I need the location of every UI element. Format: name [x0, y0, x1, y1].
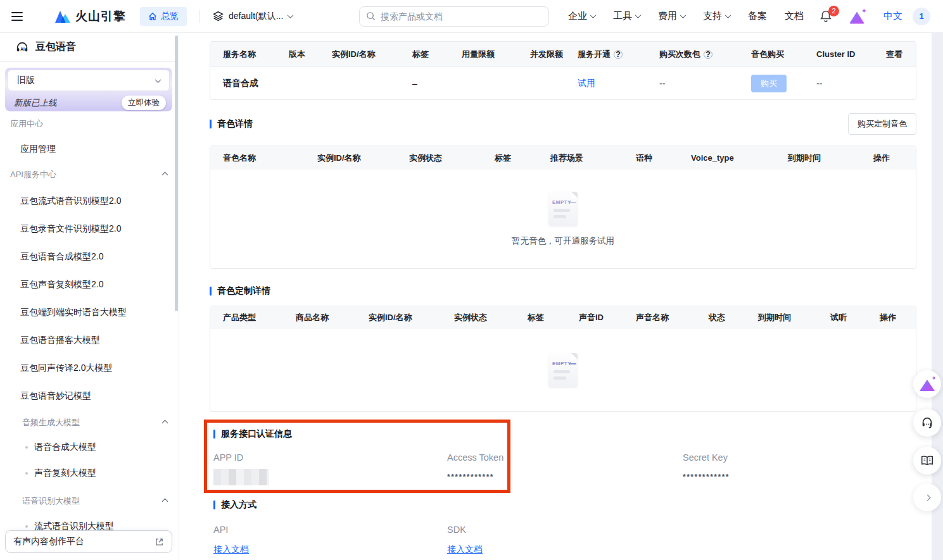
- ai-assistant-icon[interactable]: ✦: [849, 9, 866, 23]
- menu-support[interactable]: 支持: [694, 10, 739, 22]
- col-header: 实例ID/名称: [317, 152, 409, 164]
- voice-table-empty-state: EMPTY 暂无音色，可开通服务试用: [210, 170, 916, 268]
- auth-fields: APP ID Access Token ************ Secret …: [213, 452, 916, 485]
- sidebar-item-model-5[interactable]: 豆包语音播客大模型: [0, 327, 179, 354]
- cell-service-name: 语音合成: [223, 78, 289, 89]
- language-switch[interactable]: 中文: [883, 10, 902, 22]
- open-book-icon: [920, 454, 934, 468]
- layers-icon: [213, 11, 224, 22]
- help-icon[interactable]: ?: [614, 50, 623, 59]
- col-header: 查看: [886, 49, 916, 60]
- custom-section-title: 音色定制详情: [210, 285, 270, 297]
- col-header: 商品名称: [296, 312, 369, 323]
- cell-cluster-id: --: [816, 78, 886, 89]
- sidebar-scrollbar[interactable]: [175, 35, 178, 311]
- col-header: 推荐场景: [550, 152, 636, 164]
- headset-icon: [920, 416, 934, 430]
- api-doc-link[interactable]: 接入文档: [213, 544, 249, 556]
- service-table-header: 服务名称 版本 实例ID/名称 标签 用量限额 并发限额 服务开通 ? 购买次数…: [210, 42, 916, 66]
- chevron-down-icon: [680, 12, 687, 18]
- search-box[interactable]: [359, 6, 549, 27]
- svg-text:AI: AI: [20, 46, 25, 51]
- app-id-redacted-value: [213, 469, 269, 485]
- col-header: 实例ID/名称: [332, 49, 412, 60]
- section-label-asr[interactable]: 语音识别大模型: [0, 487, 179, 515]
- col-header-text: 服务开通: [578, 49, 611, 60]
- sidebar-item-model-1[interactable]: 豆包录音文件识别模型2.0: [0, 215, 179, 243]
- search-input[interactable]: [381, 11, 542, 22]
- section-label-api-center[interactable]: API服务中心: [0, 162, 179, 187]
- menu-label: 工具: [613, 10, 632, 22]
- custom-table: 产品类型 商品名称 实例ID/名称 实例状态 标签 声音ID 声音名称 状态 到…: [210, 306, 916, 412]
- trial-link[interactable]: 试用: [578, 78, 595, 88]
- external-link-icon: [155, 537, 164, 547]
- link-docs[interactable]: 文档: [776, 10, 813, 22]
- col-header-text: 购买次数包: [659, 49, 700, 60]
- divider: [199, 10, 200, 23]
- brand-logo[interactable]: 火山引擎: [54, 8, 126, 25]
- menu-enterprise[interactable]: 企业: [559, 10, 604, 22]
- notifications-button[interactable]: 2: [819, 8, 834, 25]
- hamburger-menu-icon[interactable]: [11, 12, 23, 21]
- service-table: 服务名称 版本 实例ID/名称 标签 用量限额 并发限额 服务开通 ? 购买次数…: [210, 41, 916, 100]
- ai-mountain-icon: ✦: [920, 378, 935, 390]
- sidebar-item-voice-clone-large[interactable]: 声音复刻大模型: [0, 459, 179, 487]
- cell-service-open: 试用: [578, 78, 659, 89]
- sidebar-item-tts-large[interactable]: 语音合成大模型: [0, 435, 179, 459]
- overview-button[interactable]: 总览: [140, 7, 187, 26]
- voice-table: 音色名称 实例ID/名称 实例状态 标签 推荐场景 语种 Voice_type …: [210, 146, 916, 269]
- brand-name: 火山引擎: [75, 8, 126, 25]
- buy-custom-voice-button[interactable]: 购买定制音色: [848, 113, 916, 135]
- help-icon[interactable]: ?: [704, 50, 712, 59]
- col-header: 到期时间: [788, 152, 873, 164]
- sidebar-item-model-3[interactable]: 豆包声音复刻模型2.0: [0, 271, 179, 299]
- search-icon: [366, 11, 376, 21]
- sidebar-item-model-7[interactable]: 豆包语音妙记模型: [0, 382, 179, 410]
- menu-billing[interactable]: 费用: [649, 10, 694, 22]
- col-header: 用量限额: [462, 49, 530, 60]
- home-icon: [148, 12, 157, 21]
- try-now-button[interactable]: 立即体验: [122, 96, 166, 110]
- sidebar-item-app-management[interactable]: 应用管理: [0, 137, 179, 162]
- ai-assistant-fab[interactable]: ✦: [913, 370, 941, 398]
- menu-tools[interactable]: 工具: [604, 10, 649, 22]
- sdk-doc-link[interactable]: 接入文档: [447, 544, 483, 556]
- project-selector[interactable]: default(默认...: [213, 11, 293, 22]
- app-id-label: APP ID: [213, 452, 447, 463]
- sidebar-item-model-2[interactable]: 豆包语音合成模型2.0: [0, 243, 179, 271]
- chevron-right-icon: [924, 494, 930, 501]
- bullet-icon: [25, 472, 28, 475]
- empty-doc-icon: EMPTY: [548, 192, 578, 226]
- col-header: 语种: [636, 152, 691, 164]
- user-avatar[interactable]: 1: [913, 8, 930, 25]
- col-header: 标签: [528, 312, 579, 323]
- audio-creation-platform-link[interactable]: 有声内容创作平台: [5, 530, 172, 553]
- col-header: 到期时间: [758, 312, 830, 323]
- buy-button[interactable]: 购买: [751, 75, 787, 92]
- page-scrollbar-track[interactable]: [932, 33, 943, 560]
- section-label-text: API服务中心: [10, 169, 56, 180]
- link-icp-filing[interactable]: 备案: [739, 10, 776, 22]
- col-header: 产品类型: [223, 312, 296, 323]
- secret-key-field: Secret Key ************: [683, 452, 730, 485]
- voice-table-header: 音色名称 实例ID/名称 实例状态 标签 推荐场景 语种 Voice_type …: [210, 146, 916, 170]
- version-selector[interactable]: 旧版: [8, 70, 170, 91]
- sidebar-item-model-0[interactable]: 豆包流式语音识别模型2.0: [0, 187, 179, 215]
- col-header: 音色购买: [751, 49, 816, 60]
- chevron-down-icon: [590, 12, 597, 18]
- bullet-icon: [25, 525, 28, 528]
- sidebar-item-model-6[interactable]: 豆包同声传译2.0大模型: [0, 354, 179, 382]
- notification-badge: 2: [828, 6, 839, 16]
- chevron-down-icon: [635, 12, 642, 18]
- section-label-audio-gen[interactable]: 音频生成大模型: [0, 410, 179, 435]
- documentation-fab[interactable]: [913, 447, 941, 475]
- overview-label: 总览: [161, 11, 179, 22]
- menu-label: 费用: [658, 10, 677, 22]
- volcengine-logo-icon: [54, 9, 71, 23]
- customer-service-fab[interactable]: [913, 409, 941, 437]
- voice-section-title: 音色详情: [210, 118, 253, 130]
- sidebar-item-model-4[interactable]: 豆包端到端实时语音大模型: [0, 299, 179, 327]
- collapse-panel-fab[interactable]: [913, 483, 941, 511]
- access-section-title: 接入方式: [213, 499, 916, 511]
- custom-table-header: 产品类型 商品名称 实例ID/名称 实例状态 标签 声音ID 声音名称 状态 到…: [210, 306, 916, 329]
